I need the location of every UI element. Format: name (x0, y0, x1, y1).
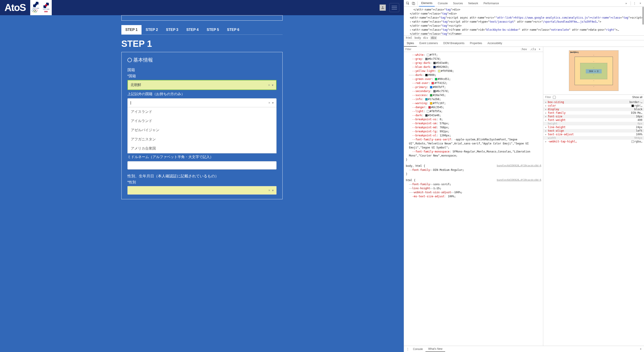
devtools-toolbar: Elements Console Sources Network Perform… (404, 0, 644, 7)
tab-network[interactable]: Network (466, 0, 480, 6)
tab-step5[interactable]: STEP 5 (203, 25, 223, 34)
app-page: AtoS TOKYO 2020 TOKYO 2020 ◗◗◗ (0, 0, 404, 352)
breadcrumb-item[interactable]: html (406, 36, 412, 40)
cls-button[interactable]: .cls (528, 47, 538, 51)
nationality-heading: 国籍 (128, 68, 276, 72)
paralympic-logo: TOKYO 2020 ◗◗◗ (42, 1, 51, 14)
tab-elements[interactable]: Elements (419, 0, 435, 6)
tab-step1[interactable]: STEP 1 (121, 25, 142, 34)
more-tabs-icon[interactable]: » (623, 0, 629, 6)
close-devtools-icon[interactable]: × (638, 1, 643, 6)
clear-icon[interactable]: × (268, 83, 270, 87)
nationality-select[interactable]: 北朝鮮 × ▾ (128, 80, 276, 90)
form-panel: 基本情報 国籍 *国籍 北朝鮮 × ▾ 上記以外の国籍（お持ちの方のみ） × (121, 52, 282, 199)
computed-column: margin - border - padding - 904 × 0 - - (543, 47, 644, 346)
tab-styles[interactable]: Styles (404, 40, 417, 46)
dropdown-option[interactable]: アメリカ合衆国 (128, 144, 276, 153)
form-area: STEP 1 STEP 2 STEP 3 STEP 4 STEP 5 STEP … (0, 15, 404, 352)
styles-filter-input[interactable] (405, 48, 519, 51)
dom-breadcrumb[interactable]: html body div div (404, 36, 644, 40)
tab-properties[interactable]: Properties (467, 40, 485, 46)
olympic-logo: TOKYO 2020 (31, 1, 40, 14)
breadcrumb-item[interactable]: div (423, 36, 428, 40)
svg-rect-2 (413, 3, 415, 5)
circle-icon (128, 58, 132, 62)
nationality-dropdown-list: アイスランド アイルランド アゼルバイジャン アフガニスタン アメリカ合衆国 (128, 107, 276, 154)
device-mode-icon[interactable] (411, 1, 416, 6)
computed-list[interactable]: ▸box-sizingborder-…▸colorrgb(…▸displaybl… (543, 100, 644, 144)
tab-step6[interactable]: STEP 6 (223, 25, 244, 34)
chevron-down-icon[interactable]: ▾ (272, 83, 274, 87)
dropdown-option[interactable]: アフガニスタン (128, 135, 276, 144)
styles-column: :hov .cls + --white: #fff; --gray: #6c75… (404, 47, 543, 346)
tab-step2[interactable]: STEP 2 (142, 25, 162, 34)
computed-filter-label: Filter (545, 96, 551, 99)
hamburger-menu-button[interactable] (390, 3, 399, 12)
new-rule-button[interactable]: + (538, 47, 542, 51)
inspect-icon[interactable] (405, 1, 410, 6)
devtools-drawer: ⋮ Console What's New × (404, 346, 644, 352)
gender-select[interactable]: × ▾ (128, 186, 276, 194)
scrollbar[interactable] (642, 7, 644, 25)
middlename-input[interactable] (128, 161, 276, 170)
tokyo2020-badge: TOKYO 2020 TOKYO 2020 ◗◗◗ (30, 0, 52, 15)
hov-button[interactable]: :hov (519, 47, 528, 51)
breadcrumb-item[interactable]: body (414, 36, 421, 40)
dropdown-option[interactable]: アイルランド (128, 116, 276, 126)
atos-logo: AtoS (4, 2, 26, 13)
styles-tabbar: Styles Event Listeners DOM Breakpoints P… (404, 40, 644, 47)
tab-step3[interactable]: STEP 3 (162, 25, 182, 34)
user-avatar[interactable] (380, 4, 386, 11)
chevron-down-icon[interactable]: ▾ (272, 101, 274, 104)
navbar: AtoS TOKYO 2020 TOKYO 2020 ◗◗◗ (0, 0, 404, 15)
tab-performance[interactable]: Performance (481, 0, 501, 6)
step-title: STEP 1 (121, 39, 282, 49)
step-tabs: STEP 1 STEP 2 STEP 3 STEP 4 STEP 5 STEP … (121, 25, 282, 35)
styles-filter-row: :hov .cls + (404, 47, 543, 52)
gender-req-label: *性別 (128, 180, 276, 185)
tab-step4[interactable]: STEP 4 (182, 25, 203, 34)
section-title: 基本情報 (128, 57, 276, 63)
showall-label: Show all (632, 96, 642, 99)
tab-accessibility[interactable]: Accessibility (485, 40, 505, 46)
other-nationality-search[interactable]: × ▾ (128, 98, 276, 107)
breadcrumb-item[interactable]: div (430, 36, 437, 40)
middlename-label: ミドルネーム（アルファベット半角・大文字で記入） (128, 155, 276, 160)
nationality-req-label: *国籍 (128, 74, 276, 78)
tab-dom-breakpoints[interactable]: DOM Breakpoints (441, 40, 467, 46)
clear-icon[interactable]: × (268, 188, 270, 192)
drawer-tab-whatsnew[interactable]: What's New (426, 346, 445, 352)
elements-tree[interactable]: </attr-name">class="tag">div></attr-name… (404, 7, 644, 36)
other-nationality-label: 上記以外の国籍（お持ちの方のみ） (128, 92, 276, 96)
devtools-panel: Elements Console Sources Network Perform… (404, 0, 644, 352)
tab-sources[interactable]: Sources (451, 0, 465, 6)
tab-event-listeners[interactable]: Event Listeners (417, 40, 441, 46)
computed-filter-row: Filter Show all (543, 94, 644, 100)
box-model[interactable]: margin - border - padding - 904 × 0 - - (543, 47, 644, 94)
css-rules[interactable]: --white: #fff; --gray: #6c757d; --gray-d… (404, 52, 543, 346)
tab-console[interactable]: Console (436, 0, 450, 6)
drawer-menu-icon[interactable]: ⋮ (405, 347, 410, 352)
showall-checkbox[interactable] (553, 96, 556, 99)
drawer-tab-console[interactable]: Console (410, 347, 426, 352)
gender-dob-label: 性別、生年月日（本人確認証に記載されているもの） (128, 174, 276, 179)
prev-card-bottom (121, 15, 282, 20)
chevron-down-icon[interactable]: ▾ (272, 188, 274, 192)
dropdown-option[interactable]: アゼルバイジャン (128, 126, 276, 135)
drawer-close-icon[interactable]: × (639, 348, 643, 351)
clear-icon[interactable]: × (268, 101, 270, 104)
dropdown-option[interactable]: アイスランド (128, 107, 276, 116)
other-nationality-input[interactable] (130, 101, 245, 105)
kebab-menu-icon[interactable]: ⋮ (632, 1, 637, 6)
nationality-value: 北朝鮮 (130, 83, 141, 87)
